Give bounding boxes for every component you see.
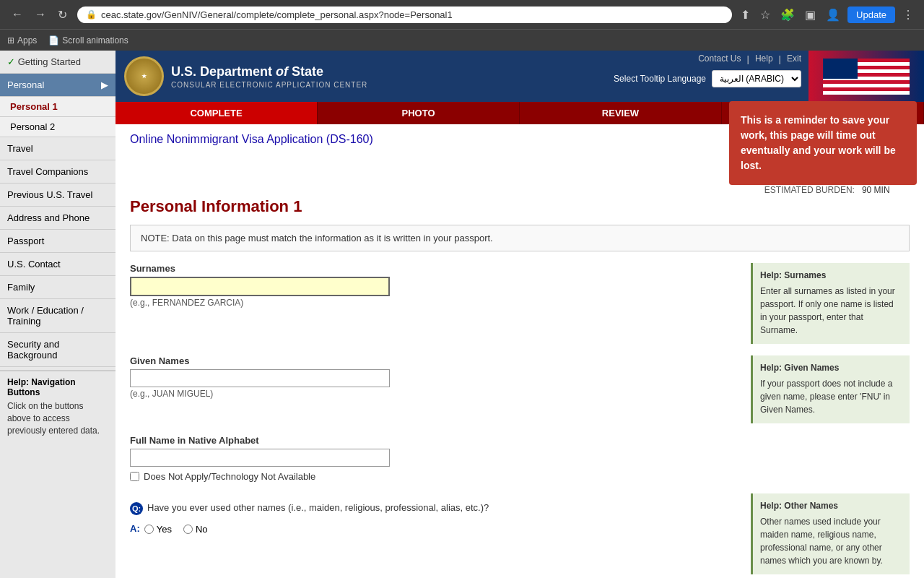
travel-companions-label: Travel Companions — [7, 166, 88, 177]
answer-label: A: — [130, 523, 140, 534]
help-link[interactable]: Help — [755, 53, 773, 64]
personal-label: Personal — [7, 79, 44, 90]
header-title: U.S. Department of State CONSULAR ELECTR… — [171, 64, 367, 89]
browser-actions: ⬆ ☆ 🧩 ▣ 👤 Update ⋮ — [738, 5, 917, 25]
bookmarks-bar: ⊞ Apps 📄 Scroll animations — [0, 29, 924, 51]
apps-label: Apps — [17, 35, 37, 46]
surnames-help-title: Help: Surnames — [760, 270, 902, 280]
browser-nav-buttons: ← → ↻ — [7, 5, 71, 25]
header-banner: ★ U.S. Department of State CONSULAR ELEC… — [116, 51, 924, 102]
sidebar-help-text: Click on the buttons above to access pre… — [7, 400, 108, 436]
dept-sub: CONSULAR ELECTRONIC APPLICATION CENTER — [171, 81, 367, 89]
sidebar-item-family[interactable]: Family — [0, 276, 116, 299]
browser-chrome: ← → ↻ 🔒 ceac.state.gov/GenNIV/General/co… — [0, 0, 924, 29]
sidebar-item-travel-companions[interactable]: Travel Companions — [0, 160, 116, 184]
surnames-left: Surnames (e.g., FERNANDEZ GARCIA) — [130, 263, 736, 344]
full-name-row: Full Name in Native Alphabet Does Not Ap… — [130, 435, 910, 482]
sidebar-item-us-contact[interactable]: U.S. Contact — [0, 253, 116, 276]
bookmarks-scroll[interactable]: 📄 Scroll animations — [48, 35, 128, 46]
sidebar-item-previous-travel[interactable]: Previous U.S. Travel — [0, 184, 116, 207]
no-label: No — [196, 524, 208, 535]
other-names-row: Q: Have you ever used other names (i.e.,… — [130, 493, 910, 574]
note-text: NOTE: Data on this page must match the i… — [141, 233, 493, 243]
seal-logo: ★ — [124, 56, 164, 96]
bookmark-button[interactable]: ☆ — [757, 5, 773, 25]
content-area: Online Nonimmigrant Visa Application (DS… — [116, 124, 924, 578]
travel-label: Travel — [7, 143, 33, 154]
form-title-link[interactable]: Online Nonimmigrant Visa Application (DS… — [130, 133, 373, 145]
tab-photo[interactable]: PHOTO — [318, 102, 520, 124]
full-name-help-placeholder — [751, 435, 910, 482]
personal-2-label: Personal 2 — [10, 121, 55, 132]
other-names-q-row: Q: Have you ever used other names (i.e.,… — [130, 502, 736, 515]
other-names-help: Help: Other Names Other names used inclu… — [751, 493, 910, 574]
tab-complete[interactable]: COMPLETE — [116, 102, 318, 124]
sidebar-item-personal-2[interactable]: Personal 2 — [0, 117, 116, 137]
update-button[interactable]: Update — [847, 7, 895, 23]
tooltip-language-select[interactable]: العربية (ARABIC) — [712, 70, 801, 87]
bookmarks-apps[interactable]: ⊞ Apps — [7, 35, 37, 46]
back-button[interactable]: ← — [7, 5, 27, 25]
given-names-input[interactable] — [130, 369, 390, 387]
does-not-apply-checkbox[interactable] — [130, 472, 139, 481]
profile-button[interactable]: 👤 — [823, 5, 843, 25]
dept-dept: Department — [200, 64, 276, 79]
other-names-yes-option[interactable]: Yes — [144, 524, 172, 535]
security-label: Security and Background — [7, 339, 59, 361]
other-names-no-radio[interactable] — [183, 525, 193, 534]
does-not-apply-area: Does Not Apply/Technology Not Available — [130, 471, 736, 482]
us-contact-label: U.S. Contact — [7, 259, 61, 269]
dept-state: State — [292, 64, 323, 79]
contact-us-link[interactable]: Contact Us — [698, 53, 741, 64]
surnames-hint: (e.g., FERNANDEZ GARCIA) — [130, 298, 736, 308]
surnames-input[interactable] — [130, 277, 390, 296]
menu-button[interactable]: ⋮ — [899, 5, 917, 25]
note-box: NOTE: Data on this page must match the i… — [130, 225, 910, 251]
full-name-input[interactable] — [130, 449, 390, 467]
scroll-icon: 📄 — [48, 35, 59, 46]
other-names-question-area: Q: Have you ever used other names (i.e.,… — [130, 502, 736, 535]
question-icon: Q: — [130, 502, 143, 515]
sidebar-item-getting-started[interactable]: Getting Started — [0, 51, 116, 74]
given-names-help-title: Help: Given Names — [760, 363, 902, 373]
sidebar-item-personal[interactable]: Personal ▶ — [0, 74, 116, 97]
sidebar-item-passport[interactable]: Passport — [0, 230, 116, 253]
surnames-help: Help: Surnames Enter all surnames as lis… — [751, 263, 910, 344]
sidebar-item-personal-1[interactable]: Personal 1 — [0, 97, 116, 117]
other-names-yes-radio[interactable] — [144, 525, 154, 534]
reminder-text: This is a reminder to save your work, th… — [741, 114, 896, 171]
personal-1-label: Personal 1 — [10, 101, 58, 112]
page-wrapper: Getting Started Personal ▶ Personal 1 Pe… — [0, 51, 924, 578]
extension-button[interactable]: 🧩 — [777, 5, 798, 25]
sidebar-item-address-phone[interactable]: Address and Phone — [0, 207, 116, 230]
other-names-help-text: Other names used include your maiden nam… — [760, 515, 902, 567]
other-names-question-text: Have you ever used other names (i.e., ma… — [147, 502, 489, 515]
given-names-hint: (e.g., JUAN MIGUEL) — [130, 389, 736, 399]
surnames-row: Surnames (e.g., FERNANDEZ GARCIA) Help: … — [130, 263, 910, 344]
header-logo-area: ★ U.S. Department of State CONSULAR ELEC… — [116, 51, 376, 102]
sidebar-item-work-education[interactable]: Work / Education / Training — [0, 299, 116, 333]
given-names-label: Given Names — [130, 355, 736, 366]
sidebar: Getting Started Personal ▶ Personal 1 Pe… — [0, 51, 116, 578]
refresh-button[interactable]: ↻ — [53, 5, 71, 25]
sidebar-item-travel[interactable]: Travel — [0, 137, 116, 160]
address-bar[interactable]: 🔒 ceac.state.gov/GenNIV/General/complete… — [77, 7, 732, 23]
exit-link[interactable]: Exit — [787, 53, 801, 64]
surnames-label: Surnames — [130, 263, 736, 274]
does-not-apply-label[interactable]: Does Not Apply/Technology Not Available — [144, 471, 315, 482]
tab-review[interactable]: REVIEW — [520, 102, 722, 124]
scroll-label: Scroll animations — [62, 35, 128, 46]
forward-button[interactable]: → — [30, 5, 51, 25]
sidebar-help: Help: Navigation Buttons Click on the bu… — [0, 370, 116, 442]
other-names-no-option[interactable]: No — [183, 524, 208, 535]
sidebar-item-security[interactable]: Security and Background — [0, 333, 116, 367]
other-names-a-row: A: Yes No — [130, 521, 736, 535]
seal-star-icon: ★ — [141, 73, 147, 79]
sidebar-toggle[interactable]: ▣ — [802, 5, 819, 25]
dept-us: U.S. — [171, 64, 200, 79]
share-button[interactable]: ⬆ — [738, 5, 753, 25]
given-names-row: Given Names (e.g., JUAN MIGUEL) Help: Gi… — [130, 355, 910, 423]
full-name-left: Full Name in Native Alphabet Does Not Ap… — [130, 435, 736, 482]
form-title-area: Online Nonimmigrant Visa Application (DS… — [130, 133, 373, 146]
tooltip-area: Select Tooltip Language العربية (ARABIC) — [376, 67, 808, 90]
